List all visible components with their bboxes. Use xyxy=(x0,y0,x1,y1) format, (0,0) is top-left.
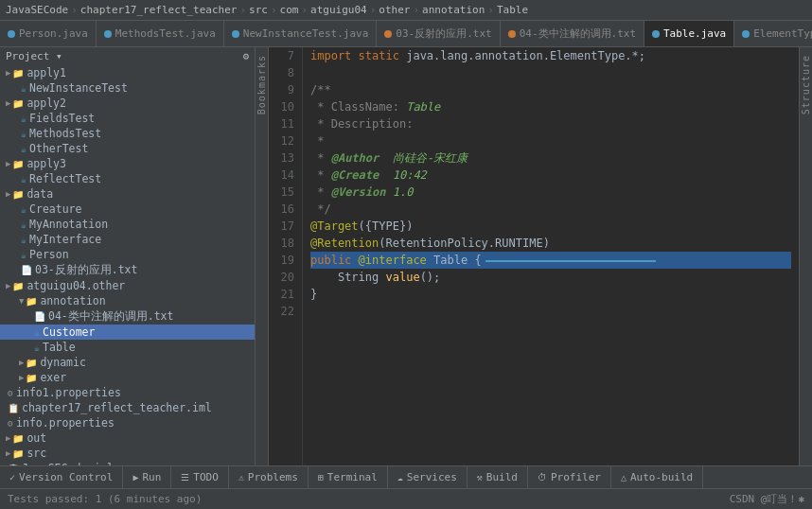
file-tab-3[interactable]: 03-反射的应用.txt xyxy=(377,21,500,46)
bottom-tab-icon-8: △ xyxy=(621,472,627,483)
tree-item-25[interactable]: ▶📁src xyxy=(0,446,255,461)
tree-item-6[interactable]: ▶📁apply3 xyxy=(0,156,255,171)
path-item-6[interactable]: other xyxy=(379,4,410,16)
tree-icon-java: ☕ xyxy=(21,235,26,245)
code-line-9[interactable]: /** xyxy=(310,81,791,98)
tree-item-8[interactable]: ▶📁data xyxy=(0,186,255,202)
bottom-tab-label-7: Profiler xyxy=(551,471,601,483)
line-number-18: 18 xyxy=(274,235,294,252)
tree-item-26[interactable]: 📋JavaSECode.iml xyxy=(0,461,255,465)
file-tab-1[interactable]: MethodsTest.java xyxy=(97,21,224,46)
bookmarks-panel[interactable]: Bookmarks xyxy=(256,47,269,465)
tree-item-10[interactable]: ☕MyAnnotation xyxy=(0,217,255,232)
file-tab-bar: Person.javaMethodsTest.javaNewInstanceTe… xyxy=(0,21,812,47)
tree-item-11[interactable]: ☕MyInterface xyxy=(0,232,255,247)
code-line-14[interactable]: * @Create 10:42 xyxy=(310,167,791,184)
tree-item-5[interactable]: ☕OtherTest xyxy=(0,141,255,156)
code-line-19[interactable]: public @interface Table { xyxy=(310,252,791,269)
tree-item-16[interactable]: 📄04-类中注解的调用.txt xyxy=(0,308,255,325)
code-line-18[interactable]: @Retention(RetentionPolicy.RUNTIME) xyxy=(310,235,791,252)
path-item-5[interactable]: atguigu04 xyxy=(310,4,367,16)
tree-item-7[interactable]: ☕ReflectTest xyxy=(0,171,255,186)
line-number-14: 14 xyxy=(274,167,294,184)
tab-icon-2 xyxy=(232,30,239,38)
path-item-2[interactable]: chapter17_reflect_teacher xyxy=(80,4,238,16)
tree-item-9[interactable]: ☕Creature xyxy=(0,202,255,217)
sidebar-icon-1[interactable]: ⚙ xyxy=(242,50,249,62)
bottom-tab-version-control[interactable]: ✓Version Control xyxy=(0,466,123,488)
code-line-15[interactable]: * @Version 1.0 xyxy=(310,184,791,201)
tree-item-3[interactable]: ☕FieldsTest xyxy=(0,111,255,126)
code-line-22[interactable] xyxy=(310,303,791,320)
bottom-tab-todo[interactable]: ☰TODO xyxy=(171,466,229,488)
code-line-21[interactable]: } xyxy=(310,286,791,303)
bottom-tab-problems[interactable]: ⚠Problems xyxy=(229,466,309,488)
code-line-12[interactable]: * xyxy=(310,132,791,149)
tree-item-23[interactable]: ⚙info.properties xyxy=(0,415,255,430)
tree-icon-folder: 📁 xyxy=(12,189,24,200)
tree-icon-folder: 📁 xyxy=(26,358,37,368)
tree-arrow-14: ▶ xyxy=(6,281,10,290)
file-tab-5[interactable]: Table.java xyxy=(644,21,734,46)
bottom-tab-services[interactable]: ☁Services xyxy=(388,466,468,488)
tree-item-4[interactable]: ☕MethodsTest xyxy=(0,126,255,141)
tree-item-1[interactable]: ☕NewInstanceTest xyxy=(0,80,255,96)
bottom-tab-profiler[interactable]: ⏱Profiler xyxy=(528,466,611,488)
path-item-1[interactable]: JavaSECode xyxy=(6,4,68,16)
tree-label-26: JavaSECode.iml xyxy=(22,462,114,465)
code-line-11[interactable]: * Description: xyxy=(310,115,791,132)
tree-item-22[interactable]: 📋chapter17_reflect_teacher.iml xyxy=(0,400,255,415)
file-tab-2[interactable]: NewInstanceTest.java xyxy=(224,21,377,46)
tree-label-4: MethodsTest xyxy=(29,127,101,140)
code-line-16[interactable]: */ xyxy=(310,201,791,218)
tree-item-15[interactable]: ▼📁annotation xyxy=(0,293,255,308)
code-editor: 78910111213141516171819202122 import sta… xyxy=(269,47,799,465)
code-line-10[interactable]: * ClassName: Table xyxy=(310,98,791,115)
tree-item-12[interactable]: ☕Person xyxy=(0,247,255,262)
tree-icon-java: ☕ xyxy=(21,174,26,184)
tree-item-18[interactable]: ☕Table xyxy=(0,340,255,355)
tree-item-17[interactable]: ☕Customer xyxy=(0,325,255,340)
code-line-13[interactable]: * @Author 尚硅谷-宋红康 xyxy=(310,149,791,167)
bottom-tab-label-4: Terminal xyxy=(327,471,378,483)
tree-icon-java: ☕ xyxy=(21,250,26,260)
status-left: Tests passed: 1 (6 minutes ago) xyxy=(8,493,202,505)
tree-label-20: exer xyxy=(40,371,66,384)
tree-item-13[interactable]: 📄03-反射的应用.txt xyxy=(0,262,255,278)
tree-item-24[interactable]: ▶📁out xyxy=(0,430,255,446)
structure-panel[interactable]: Structure xyxy=(799,47,812,465)
code-line-7[interactable]: import static java.lang.annotation.Eleme… xyxy=(310,47,791,64)
bottom-tab-terminal[interactable]: ⊞Terminal xyxy=(309,466,388,488)
path-item-7[interactable]: annotation xyxy=(422,4,485,16)
tab-icon-4 xyxy=(508,30,516,38)
tree-item-0[interactable]: ▶📁apply1 xyxy=(0,65,255,80)
tree-label-24: out xyxy=(26,431,46,445)
tree-item-2[interactable]: ▶📁apply2 xyxy=(0,96,255,111)
structure-label: Structure xyxy=(801,55,811,114)
tab-icon-5 xyxy=(652,30,660,38)
tree-item-19[interactable]: ▶📁dynamic xyxy=(0,355,255,370)
path-item-3[interactable]: src xyxy=(249,4,268,16)
file-tab-6[interactable]: ElementType.java xyxy=(734,21,812,46)
code-line-20[interactable]: String value(); xyxy=(310,269,791,286)
file-tab-0[interactable]: Person.java xyxy=(0,21,97,46)
bottom-tab-run[interactable]: ▶Run xyxy=(123,466,171,488)
line-number-15: 15 xyxy=(274,184,294,201)
line-number-12: 12 xyxy=(274,132,294,149)
tree-item-21[interactable]: ⚙info1.properties xyxy=(0,385,255,400)
tree-label-19: dynamic xyxy=(40,356,85,369)
tree-label-9: Creature xyxy=(29,202,81,216)
code-line-8[interactable] xyxy=(310,64,791,81)
bottom-tab-build[interactable]: ⚒Build xyxy=(468,466,528,488)
bottom-tab-icon-6: ⚒ xyxy=(477,472,483,483)
code-content[interactable]: import static java.lang.annotation.Eleme… xyxy=(303,47,799,465)
path-item-8[interactable]: Table xyxy=(497,4,528,16)
bottom-tab-auto-build[interactable]: △Auto-build xyxy=(611,466,703,488)
file-tab-4[interactable]: 04-类中注解的调用.txt xyxy=(501,21,644,46)
sidebar-header: Project ▾ ⚙ xyxy=(0,47,255,65)
tree-item-20[interactable]: ▶📁exer xyxy=(0,370,255,385)
path-item-4[interactable]: com xyxy=(280,4,299,16)
code-line-17[interactable]: @Target({TYPE}) xyxy=(310,218,791,235)
tree-item-14[interactable]: ▶📁atguigu04.other xyxy=(0,278,255,293)
line-number-9: 9 xyxy=(274,81,294,98)
